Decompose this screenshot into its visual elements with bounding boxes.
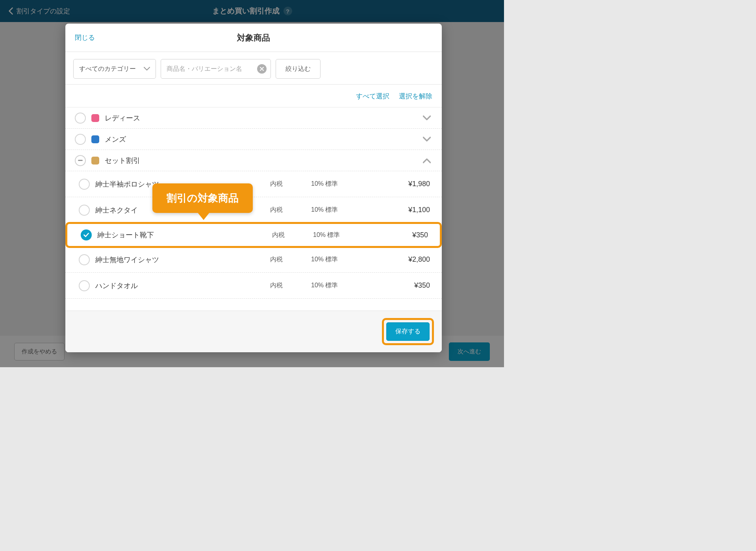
expand-toggle[interactable] xyxy=(421,113,432,124)
search-input[interactable] xyxy=(161,59,271,78)
filter-button[interactable]: 絞り込む xyxy=(276,59,321,79)
color-swatch xyxy=(91,135,99,143)
deselect-link[interactable]: 選択を解除 xyxy=(399,92,432,101)
chevron-down-icon xyxy=(144,67,150,71)
checkbox-partial[interactable] xyxy=(75,155,86,166)
category-name: レディース xyxy=(105,113,416,123)
product-row[interactable]: ハンドタオル 内税 10% 標準 ¥350 xyxy=(65,273,442,299)
product-name: 紳士ショート靴下 xyxy=(97,230,267,240)
category-row-ladies[interactable]: レディース xyxy=(65,107,442,129)
product-row[interactable]: 紳士ネクタイ 内税 10% 標準 ¥1,100 xyxy=(65,197,442,223)
category-name: セット割引 xyxy=(105,156,416,165)
checkbox[interactable] xyxy=(79,254,90,265)
checkbox-checked[interactable] xyxy=(81,229,92,240)
chevron-down-icon xyxy=(423,135,431,143)
price-label: ¥1,100 xyxy=(380,206,432,214)
save-highlight: 保存する xyxy=(382,318,434,345)
select-all-link[interactable]: すべて選択 xyxy=(356,92,389,101)
checkbox[interactable] xyxy=(79,280,90,291)
rate-label: 10% 標準 xyxy=(313,231,376,239)
rate-label: 10% 標準 xyxy=(311,255,374,264)
callout-bubble: 割引の対象商品 xyxy=(152,183,253,213)
clear-icon[interactable] xyxy=(257,64,267,74)
collapse-toggle[interactable] xyxy=(421,155,432,166)
modal-footer: 保存する xyxy=(65,311,442,352)
rate-label: 10% 標準 xyxy=(311,281,374,290)
product-row[interactable]: 紳士無地ワイシャツ 内税 10% 標準 ¥2,800 xyxy=(65,247,442,273)
rate-label: 10% 標準 xyxy=(311,206,374,214)
tax-label: 内税 xyxy=(270,206,306,214)
chevron-down-icon xyxy=(423,114,431,122)
color-swatch xyxy=(91,157,99,165)
modal-header: 閉じる 対象商品 xyxy=(65,24,442,52)
tax-label: 内税 xyxy=(270,255,306,264)
category-select-value: すべてのカテゴリー xyxy=(79,65,136,73)
tax-label: 内税 xyxy=(270,281,306,290)
checkbox[interactable] xyxy=(75,134,86,145)
expand-toggle[interactable] xyxy=(421,134,432,145)
modal-title: 対象商品 xyxy=(237,32,270,43)
price-label: ¥350 xyxy=(380,281,432,290)
rate-label: 10% 標準 xyxy=(311,180,374,188)
category-name: メンズ xyxy=(105,135,416,144)
checkbox[interactable] xyxy=(75,113,86,124)
tax-label: 内税 xyxy=(272,231,308,239)
color-swatch xyxy=(91,114,99,122)
tax-label: 内税 xyxy=(270,180,306,188)
checkbox[interactable] xyxy=(79,179,90,190)
price-label: ¥1,980 xyxy=(380,180,432,188)
product-name: 紳士無地ワイシャツ xyxy=(95,255,265,264)
product-row-selected[interactable]: 紳士ショート靴下 内税 10% 標準 ¥350 xyxy=(65,222,442,248)
filter-bar: すべてのカテゴリー 絞り込む xyxy=(65,52,442,85)
chevron-up-icon xyxy=(423,157,431,165)
category-row-set-discount[interactable]: セット割引 xyxy=(65,150,442,171)
checkbox[interactable] xyxy=(79,205,90,216)
product-row[interactable]: 紳士半袖ポロシャツ 内税 10% 標準 ¥1,980 xyxy=(65,171,442,197)
target-products-modal: 閉じる 対象商品 すべてのカテゴリー 絞り込む すべて選択 選択を解除 レディー… xyxy=(65,24,442,352)
checkmark-icon xyxy=(83,233,89,237)
price-label: ¥350 xyxy=(382,231,430,239)
price-label: ¥2,800 xyxy=(380,255,432,264)
close-button[interactable]: 閉じる xyxy=(75,33,95,42)
product-name: ハンドタオル xyxy=(95,281,265,290)
bulk-actions: すべて選択 選択を解除 xyxy=(65,85,442,107)
category-select[interactable]: すべてのカテゴリー xyxy=(73,59,156,79)
category-row-mens[interactable]: メンズ xyxy=(65,129,442,150)
search-field xyxy=(161,59,271,79)
save-button[interactable]: 保存する xyxy=(386,322,430,341)
